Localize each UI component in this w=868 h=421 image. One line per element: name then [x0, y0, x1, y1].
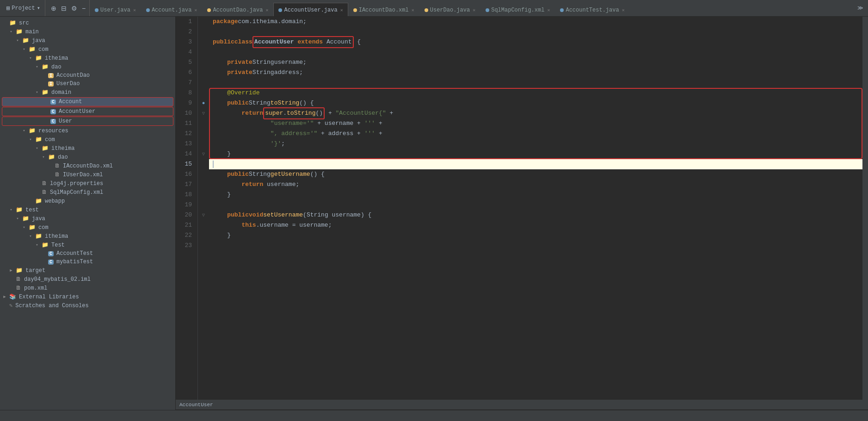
- tab-account-java[interactable]: Account.java✕: [141, 3, 202, 16]
- sidebar-item-com[interactable]: ▾ 📁 com: [0, 45, 175, 54]
- sidebar-item-iuserdao-xml[interactable]: 🗎 IUserDao.xml: [0, 170, 175, 179]
- tab-close-button[interactable]: ✕: [547, 7, 550, 13]
- split-button[interactable]: ⊟: [59, 4, 68, 13]
- code-line-16[interactable]: public String getUsername() {: [209, 169, 862, 180]
- sidebar-item-label: day04_mybatis_02.iml: [24, 276, 173, 283]
- tab-account-dao-java[interactable]: AccountDao.java✕: [202, 3, 273, 16]
- code-line-18[interactable]: }: [209, 190, 862, 200]
- scratches-icon: ✎: [9, 302, 12, 309]
- code-line-9[interactable]: public String toString() {: [209, 98, 862, 108]
- tab-close-button[interactable]: ✕: [473, 7, 475, 13]
- code-line-3[interactable]: public class AccountUser extends Account…: [209, 37, 862, 47]
- folder-icon: 📁: [42, 63, 49, 70]
- tab-close-button[interactable]: ✕: [412, 7, 414, 13]
- tab-close-button[interactable]: ✕: [265, 7, 268, 13]
- code-line-19[interactable]: [209, 200, 862, 210]
- code-line-21[interactable]: this.username = username;: [209, 220, 862, 230]
- sidebar-item-userdao[interactable]: I UserDao: [0, 80, 175, 88]
- code-line-20[interactable]: public void setUsername(String username)…: [209, 210, 862, 220]
- code-line-14[interactable]: }: [209, 149, 862, 159]
- sidebar-item-accountuser[interactable]: C AccountUser: [2, 107, 173, 116]
- code-line-12[interactable]: ", address='" + address + ''' +: [209, 129, 862, 139]
- code-line-17[interactable]: return username;: [209, 180, 862, 190]
- tab-close-button[interactable]: ✕: [340, 7, 343, 13]
- code-lines[interactable]: package com.itheima.domain;public class …: [209, 17, 862, 400]
- sidebar-item-sqlmapconfig-xml[interactable]: 🗎 SqlMapConfig.xml: [0, 188, 175, 197]
- add-file-button[interactable]: ⊕: [49, 4, 58, 13]
- sidebar-item-dao[interactable]: ▾ 📁 dao: [0, 153, 175, 161]
- sidebar-item-itheima[interactable]: ▾ 📁 itheima: [0, 144, 175, 153]
- tab-sqlmap-config-xml[interactable]: SqlMapConfig.xml✕: [480, 3, 555, 16]
- sidebar-item-itheima[interactable]: ▾ 📁 itheima: [0, 54, 175, 62]
- code-line-11[interactable]: "username='" + username + ''' +: [209, 118, 862, 129]
- tab-dot: [146, 8, 150, 12]
- tab-iaccount-dao-xml[interactable]: IAccountDao.xml✕: [348, 3, 419, 16]
- code-line-15[interactable]: [209, 159, 862, 169]
- sidebar-item-mybatistest[interactable]: C mybatisTest: [0, 258, 175, 266]
- sidebar-item-day04-mybatis-02-iml[interactable]: 🗎 day04_mybatis_02.iml: [0, 275, 175, 284]
- sidebar-item-accounttest[interactable]: C AccountTest: [0, 249, 175, 258]
- line-number-18: 18: [176, 190, 194, 200]
- tree-arrow-icon: ▾: [21, 47, 27, 52]
- sidebar-item-external-libraries[interactable]: ▶ 📚 External Libraries: [0, 292, 175, 301]
- sidebar-item-iaccountdao-xml[interactable]: 🗎 IAccountDao.xml: [0, 161, 175, 170]
- sidebar-item-test[interactable]: ▾ 📁 Test: [0, 241, 175, 249]
- code-line-4[interactable]: [209, 47, 862, 57]
- tab-account-user-java[interactable]: AccountUser.java✕: [273, 3, 348, 16]
- minimize-button[interactable]: −: [80, 4, 87, 13]
- tree-arrow-icon: ▾: [21, 128, 27, 133]
- tab-close-button[interactable]: ✕: [622, 7, 625, 13]
- code-line-23[interactable]: [209, 241, 862, 251]
- right-scrollbar[interactable]: [862, 17, 868, 400]
- fold-arrow-icon[interactable]: ▽: [202, 111, 205, 116]
- tab-close-button[interactable]: ✕: [194, 7, 197, 13]
- sidebar-item-pom-xml[interactable]: 🗎 pom.xml: [0, 284, 175, 292]
- sidebar-item-user[interactable]: C User: [2, 117, 173, 126]
- code-line-10[interactable]: return super.toString() + "AccountUser{"…: [209, 108, 862, 118]
- sidebar-item-java[interactable]: ▾ 📁 java: [0, 214, 175, 223]
- sidebar-item-target[interactable]: ▶ 📁 target: [0, 266, 175, 275]
- tree-arrow-icon: ▾: [28, 137, 33, 142]
- sidebar-item-com[interactable]: ▾ 📁 com: [0, 223, 175, 232]
- code-line-6[interactable]: private String address;: [209, 68, 862, 78]
- code-line-7[interactable]: [209, 78, 862, 88]
- sidebar-item-test[interactable]: ▾ 📁 test: [0, 205, 175, 214]
- tab-user-java[interactable]: User.java✕: [90, 3, 141, 16]
- line-number-7: 7: [176, 78, 194, 88]
- settings-button[interactable]: ⚙: [69, 4, 79, 13]
- code-line-5[interactable]: private String username;: [209, 57, 862, 68]
- sidebar-item-resources[interactable]: ▾ 📁 resources: [0, 126, 175, 135]
- sidebar-item-java[interactable]: ▾ 📁 java: [0, 36, 175, 45]
- folder-icon: 📁: [16, 206, 23, 213]
- fold-arrow-icon[interactable]: ▽: [202, 212, 205, 218]
- sidebar-item-domain[interactable]: ▾ 📁 domain: [0, 88, 175, 97]
- sidebar-item-itheima[interactable]: ▾ 📁 itheima: [0, 232, 175, 241]
- sidebar-item-accountdao[interactable]: I AccountDao: [0, 71, 175, 80]
- code-line-8[interactable]: @Override: [209, 88, 862, 98]
- sidebar-item-label: Scratches and Consoles: [15, 303, 173, 309]
- tab-overflow[interactable]: ≫: [855, 5, 866, 12]
- tab-user-dao-java[interactable]: UserDao.java✕: [419, 3, 480, 16]
- project-title[interactable]: ▤ Project ▾: [2, 0, 45, 16]
- code-line-1[interactable]: package com.itheima.domain;: [209, 17, 862, 27]
- tab-label: AccountTest.java: [566, 7, 619, 13]
- project-arrow-icon: ▾: [37, 5, 40, 12]
- fold-arrow-icon[interactable]: ▽: [202, 151, 205, 157]
- sidebar-item-log4j-properties[interactable]: 🗎 log4j.properties: [0, 179, 175, 188]
- gutter-cell-13: [198, 139, 209, 149]
- sidebar-item-account[interactable]: C Account: [2, 97, 173, 106]
- sidebar-item-com[interactable]: ▾ 📁 com: [0, 135, 175, 144]
- code-line-13[interactable]: '}';: [209, 139, 862, 149]
- sidebar-item-src[interactable]: 📁 src: [0, 19, 175, 27]
- sidebar-item-scratches-and-consoles[interactable]: ✎ Scratches and Consoles: [0, 301, 175, 310]
- code-line-22[interactable]: }: [209, 230, 862, 241]
- tab-account-test-java[interactable]: AccountTest.java✕: [555, 3, 629, 16]
- sidebar-item-main[interactable]: ▾ 📁 main: [0, 27, 175, 36]
- tab-close-button[interactable]: ✕: [133, 7, 136, 13]
- sidebar-item-label: IAccountDao.xml: [63, 163, 173, 169]
- sidebar-item-webapp[interactable]: 📁 webapp: [0, 197, 175, 205]
- tree-arrow-icon: ▾: [34, 242, 40, 248]
- folder-icon: 📁: [29, 46, 36, 53]
- code-line-2[interactable]: [209, 27, 862, 37]
- sidebar-item-dao[interactable]: ▾ 📁 dao: [0, 62, 175, 71]
